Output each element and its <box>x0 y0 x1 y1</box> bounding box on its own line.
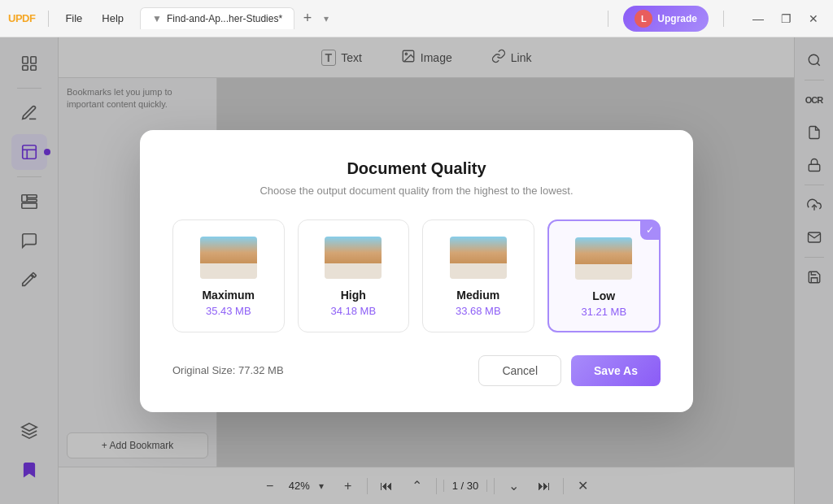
active-tab[interactable]: ▼ Find-and-Ap...her-Studies* <box>140 7 294 29</box>
tab-dropdown-icon: ▼ <box>152 13 162 24</box>
menu-help[interactable]: Help <box>94 9 132 28</box>
quality-thumbnail-high <box>325 237 382 279</box>
document-quality-modal: Document Quality Choose the output docum… <box>140 130 693 412</box>
divider-3 <box>723 11 724 27</box>
main-layout: T Text Image Link Bookmarks let you jump… <box>0 37 833 504</box>
modal-footer: Original Size: 77.32 MB Cancel Save As <box>172 355 661 386</box>
maximum-size: 35.43 MB <box>206 305 251 317</box>
high-label: High <box>341 289 366 302</box>
upgrade-button[interactable]: L Upgrade <box>623 6 709 32</box>
app-logo: UPDF <box>8 12 35 24</box>
tab-bar: ▼ Find-and-Ap...her-Studies* + ▾ <box>140 7 591 29</box>
quality-thumbnail-maximum <box>200 237 257 279</box>
high-size: 34.18 MB <box>330 305 376 317</box>
logo-df: DF <box>22 12 35 24</box>
upgrade-label: Upgrade <box>657 13 697 24</box>
medium-label: Medium <box>456 289 499 302</box>
title-bar-right: L Upgrade — ❐ ✕ <box>600 6 825 32</box>
maximum-label: Maximum <box>202 289 255 302</box>
title-bar: UPDF File Help ▼ Find-and-Ap...her-Studi… <box>0 0 833 37</box>
menu-file[interactable]: File <box>57 9 90 28</box>
maximize-button[interactable]: ❐ <box>774 7 797 30</box>
divider-1 <box>48 11 49 27</box>
original-size-label: Original Size: 77.32 MB <box>172 364 284 376</box>
tab-list-dropdown[interactable]: ▾ <box>324 13 329 24</box>
quality-card-low[interactable]: ✓ Low 31.21 MB <box>547 219 661 332</box>
modal-title: Document Quality <box>172 159 661 178</box>
new-tab-button[interactable]: + <box>298 9 317 28</box>
divider-2 <box>608 11 608 27</box>
cancel-button[interactable]: Cancel <box>478 355 561 386</box>
minimize-button[interactable]: — <box>747 7 770 30</box>
modal-actions: Cancel Save As <box>478 355 661 386</box>
quality-card-maximum[interactable]: Maximum 35.43 MB <box>172 219 285 332</box>
quality-card-high[interactable]: High 34.18 MB <box>298 219 410 332</box>
quality-thumbnail-medium <box>450 237 507 279</box>
medium-size: 33.68 MB <box>456 305 501 317</box>
low-label: Low <box>592 289 615 302</box>
modal-overlay: Document Quality Choose the output docum… <box>0 37 833 504</box>
user-avatar: L <box>635 10 652 28</box>
save-as-button[interactable]: Save As <box>571 355 661 386</box>
menu-bar: File Help <box>57 9 132 28</box>
low-size: 31.21 MB <box>581 306 626 318</box>
selected-check-icon: ✓ <box>640 220 660 240</box>
quality-options: Maximum 35.43 MB High 34.18 MB <box>172 219 661 332</box>
modal-subtitle: Choose the output document quality from … <box>172 185 661 197</box>
logo-up: UP <box>8 12 22 24</box>
tab-title: Find-and-Ap...her-Studies* <box>167 13 282 24</box>
quality-card-medium[interactable]: Medium 33.68 MB <box>422 219 534 332</box>
quality-thumbnail-low <box>575 237 632 280</box>
window-controls: — ❐ ✕ <box>747 7 825 30</box>
close-button[interactable]: ✕ <box>802 7 825 30</box>
